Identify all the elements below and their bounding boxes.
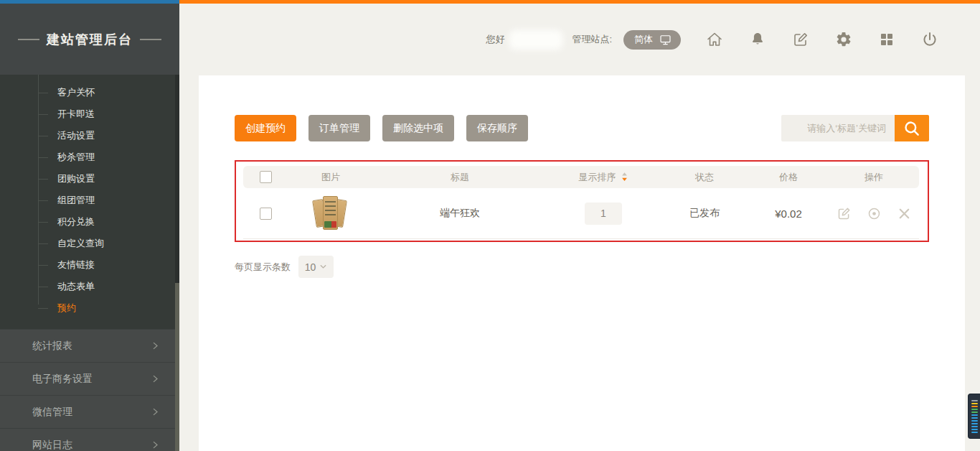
sidebar-submenu: 客户关怀 开卡即送 活动设置 秒杀管理 团购设置 组团管理 积分兑换 自定义查询… bbox=[0, 75, 179, 329]
row-status: 已发布 bbox=[661, 207, 748, 220]
stripe bbox=[971, 429, 978, 430]
home-icon bbox=[706, 31, 723, 48]
row-actions bbox=[829, 206, 919, 221]
home-button[interactable] bbox=[705, 31, 723, 49]
settings-button[interactable] bbox=[834, 31, 852, 49]
stripe bbox=[971, 409, 978, 410]
create-reservation-button[interactable]: 创建预约 bbox=[235, 115, 296, 141]
section-label: 微信管理 bbox=[32, 406, 72, 419]
topbar: 您好 管理站点: 简体 bbox=[179, 4, 980, 75]
chevron-right-icon bbox=[150, 340, 161, 351]
chevron-right-icon bbox=[150, 406, 161, 417]
sidebar-item-points-exchange[interactable]: 积分兑换 bbox=[0, 211, 179, 233]
sidebar-item-custom-query[interactable]: 自定义查询 bbox=[0, 233, 179, 254]
sidebar-section-wechat[interactable]: 微信管理 bbox=[0, 395, 179, 428]
stripe bbox=[971, 426, 978, 427]
product-thumbnail[interactable] bbox=[312, 194, 349, 233]
sidebar-item-friend-links[interactable]: 友情链接 bbox=[0, 254, 179, 276]
content-card: 创建预约 订单管理 删除选中项 保存顺序 图片 标题 显示排序 bbox=[199, 75, 965, 451]
page-size-value: 10 bbox=[305, 261, 316, 273]
search-input[interactable] bbox=[781, 115, 895, 141]
sidebar-item-flash-sale[interactable]: 秒杀管理 bbox=[0, 147, 179, 168]
preview-row-button[interactable] bbox=[867, 206, 882, 221]
column-actions: 操作 bbox=[829, 171, 919, 184]
topbar-icons bbox=[705, 31, 938, 49]
close-icon bbox=[897, 206, 912, 221]
edit-icon bbox=[837, 206, 852, 221]
logo-dash-right bbox=[140, 39, 161, 40]
stripe bbox=[971, 406, 978, 407]
column-sort[interactable]: 显示排序 bbox=[546, 171, 661, 184]
sidebar-item-reservation-active[interactable]: 预约 bbox=[0, 297, 179, 319]
language-badge[interactable]: 简体 bbox=[623, 30, 681, 50]
sidebar-item-group-buy[interactable]: 团购设置 bbox=[0, 168, 179, 190]
delete-selected-button[interactable]: 删除选中项 bbox=[382, 115, 454, 141]
notifications-button[interactable] bbox=[748, 31, 766, 49]
stripe bbox=[971, 414, 978, 416]
gear-icon bbox=[835, 31, 852, 48]
sidebar-item-activity-settings[interactable]: 活动设置 bbox=[0, 125, 179, 147]
edit-icon bbox=[792, 31, 809, 48]
delete-row-button[interactable] bbox=[897, 206, 912, 221]
section-label: 网站日志 bbox=[32, 439, 72, 451]
sidebar-item-card-gift[interactable]: 开卡即送 bbox=[0, 103, 179, 125]
sidebar-scrollbar[interactable] bbox=[175, 75, 179, 451]
power-icon bbox=[921, 31, 938, 48]
stripe bbox=[971, 412, 978, 413]
row-price: ¥0.02 bbox=[748, 208, 829, 220]
edit-row-button[interactable] bbox=[837, 206, 852, 221]
sidebar-item-customer-care[interactable]: 客户关怀 bbox=[0, 82, 179, 103]
stripe bbox=[971, 400, 978, 401]
chevron-right-icon bbox=[150, 373, 161, 384]
sidebar: 建站管理后台 客户关怀 开卡即送 活动设置 秒杀管理 团购设置 组团管理 积分兑… bbox=[0, 0, 179, 451]
stripe bbox=[971, 403, 978, 404]
column-price: 价格 bbox=[748, 171, 829, 184]
page-size-select[interactable]: 10 bbox=[298, 256, 334, 278]
pagination: 每页显示条数 10 bbox=[235, 256, 929, 278]
site-label: 管理站点: bbox=[572, 33, 612, 46]
save-order-button[interactable]: 保存顺序 bbox=[466, 115, 528, 141]
table-header-row: 图片 标题 显示排序 状态 价格 操作 bbox=[243, 166, 919, 188]
sidebar-scrollbar-thumb[interactable] bbox=[175, 283, 179, 451]
search-icon bbox=[903, 119, 921, 138]
logo-dash-left bbox=[18, 39, 39, 40]
column-status: 状态 bbox=[661, 171, 748, 184]
main-area: 您好 管理站点: 简体 bbox=[179, 0, 980, 451]
column-image: 图片 bbox=[288, 171, 374, 184]
chevron-down-icon bbox=[319, 263, 327, 271]
sidebar-section-ecommerce[interactable]: 电子商务设置 bbox=[0, 362, 179, 395]
sidebar-item-dynamic-form[interactable]: 动态表单 bbox=[0, 276, 179, 297]
stripe bbox=[971, 423, 978, 424]
sidebar-section-site-log[interactable]: 网站日志 bbox=[0, 428, 179, 451]
order-management-button[interactable]: 订单管理 bbox=[308, 115, 370, 141]
view-icon bbox=[867, 206, 882, 221]
section-label: 电子商务设置 bbox=[32, 373, 93, 386]
bell-icon bbox=[749, 31, 766, 48]
row-title: 端午狂欢 bbox=[374, 207, 546, 220]
sort-order-input[interactable] bbox=[585, 203, 622, 225]
grid-icon bbox=[878, 31, 895, 48]
stripe bbox=[971, 420, 978, 422]
apps-button[interactable] bbox=[877, 31, 895, 49]
page-size-label: 每页显示条数 bbox=[235, 261, 291, 274]
capture-tool-widget[interactable] bbox=[968, 394, 980, 439]
search-button[interactable] bbox=[895, 115, 929, 141]
logout-button[interactable] bbox=[920, 31, 938, 49]
column-title: 标题 bbox=[374, 171, 546, 184]
column-sort-label: 显示排序 bbox=[579, 171, 616, 184]
search-box bbox=[781, 115, 929, 141]
stripe bbox=[971, 417, 978, 419]
logo: 建站管理后台 bbox=[0, 4, 179, 75]
sidebar-section-statistics[interactable]: 统计报表 bbox=[0, 329, 179, 362]
stripe bbox=[971, 432, 978, 433]
row-checkbox[interactable] bbox=[260, 208, 272, 220]
sidebar-sections: 统计报表 电子商务设置 微信管理 网站日志 bbox=[0, 329, 179, 451]
monitor-icon bbox=[659, 34, 672, 45]
edit-button[interactable] bbox=[791, 31, 809, 49]
select-all-checkbox[interactable] bbox=[260, 171, 272, 183]
chevron-right-icon bbox=[150, 440, 161, 450]
username-redacted bbox=[510, 31, 562, 49]
sidebar-item-team-management[interactable]: 组团管理 bbox=[0, 190, 179, 211]
greeting-text: 您好 bbox=[486, 33, 504, 46]
section-label: 统计报表 bbox=[32, 340, 72, 353]
